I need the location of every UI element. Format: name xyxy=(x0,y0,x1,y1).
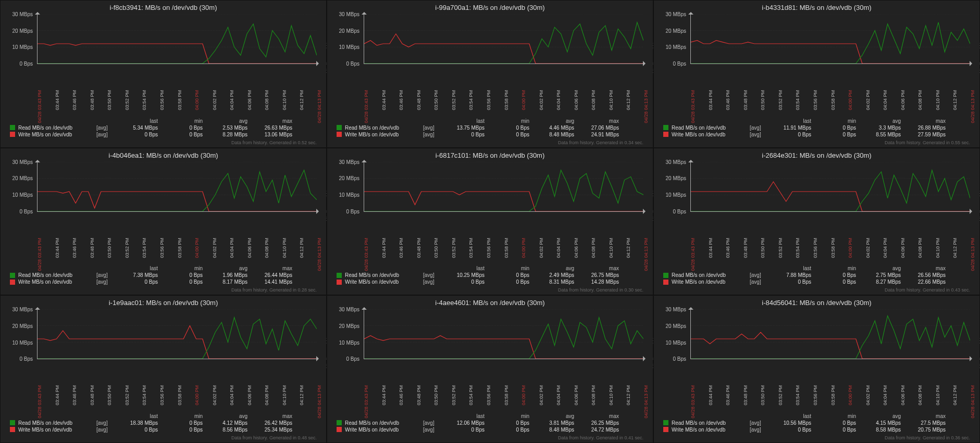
legend-col: max xyxy=(251,265,295,271)
y-tick: 20 MBps xyxy=(339,28,359,33)
chart-panel: i-4b046ea1: MB/s on /dev/vdb (30m)30 MBp… xyxy=(0,148,327,296)
x-tick: 04:10 PM xyxy=(609,238,614,258)
legend-swatch xyxy=(10,427,15,432)
x-axis: 04/28 03:43 PM03:44 PM03:46 PM03:48 PM03… xyxy=(37,65,317,95)
stat-last: 11.91 MBps xyxy=(770,124,814,131)
x-tick: 04:00 PM xyxy=(194,385,200,406)
legend-col: avg xyxy=(532,413,577,419)
x-tick: 03:46 PM xyxy=(725,90,730,110)
x-tick: 04:06 PM xyxy=(900,385,905,406)
x-tick: 04:10 PM xyxy=(935,90,940,110)
x-tick: 04:02 PM xyxy=(212,90,217,110)
stat-max: 14.41 MBps xyxy=(251,279,295,285)
y-tick: 0 Bps xyxy=(346,61,359,67)
stat-avg: 8.31 MBps xyxy=(532,279,577,285)
y-tick: 30 MBps xyxy=(13,11,33,17)
x-tick: 04:04 PM xyxy=(556,385,561,406)
legend-col: avg xyxy=(859,413,904,419)
legend: lastminavgmaxRead MB/s on /dev/vdb[avg]1… xyxy=(663,118,970,138)
x-tick: 04:10 PM xyxy=(609,90,614,110)
x-tick: 04:02 PM xyxy=(539,238,544,258)
stat-avg: 3.3 MBps xyxy=(859,124,904,131)
y-tick: 10 MBps xyxy=(13,339,33,345)
stat-max: 26.63 MBps xyxy=(251,124,295,131)
stat-max: 13.06 MBps xyxy=(251,131,295,138)
y-tick: 20 MBps xyxy=(13,28,33,33)
stat-last: 0 Bps xyxy=(770,426,814,433)
stat-min: 0 Bps xyxy=(488,124,532,131)
legend: lastminavgmaxRead MB/s on /dev/vdb[avg]1… xyxy=(337,118,643,138)
legend-col: min xyxy=(488,118,532,124)
stat-last: 18.38 MBps xyxy=(116,420,161,426)
series-agg: [avg] xyxy=(96,124,116,131)
legend-col: last xyxy=(770,413,814,419)
stat-max: 22.66 MBps xyxy=(904,279,949,285)
x-tick: 03:52 PM xyxy=(451,238,456,258)
stat-avg: 8.48 MBps xyxy=(532,426,577,433)
x-tick: 03:52 PM xyxy=(778,238,783,258)
legend-swatch xyxy=(337,280,342,285)
legend-col: min xyxy=(814,265,859,271)
legend: lastminavgmaxRead MB/s on /dev/vdb[avg]7… xyxy=(663,265,970,285)
y-axis: 30 MBps20 MBps10 MBps0 Bps xyxy=(327,162,362,211)
x-tick: 03:44 PM xyxy=(381,238,387,258)
stat-min: 0 Bps xyxy=(161,426,206,433)
x-tick: 03:54 PM xyxy=(795,238,800,258)
legend-row-read: Read MB/s on /dev/vdb[avg]12.06 MBps0 Bp… xyxy=(337,420,643,426)
legend-col: avg xyxy=(206,118,251,124)
x-tick: 04/28 04:13 PM xyxy=(317,385,322,419)
legend-col: max xyxy=(251,413,295,419)
legend-row-read: Read MB/s on /dev/vdb[avg]10.56 MBps0 Bp… xyxy=(663,420,970,426)
x-tick: 04:04 PM xyxy=(883,238,888,258)
legend-col: last xyxy=(116,413,161,419)
legend-swatch xyxy=(663,427,668,432)
plot-area xyxy=(364,14,643,64)
x-tick: 03:58 PM xyxy=(830,385,836,406)
legend-row-write: Write MB/s on /dev/vdb[avg]0 Bps0 Bps8.2… xyxy=(10,131,317,138)
x-tick: 04:02 PM xyxy=(539,385,544,406)
x-tick: 04/28 04:13 PM xyxy=(970,385,975,419)
stat-max: 27.06 MBps xyxy=(577,124,622,131)
x-tick: 03:56 PM xyxy=(159,238,165,258)
x-tick: 03:46 PM xyxy=(399,238,404,258)
stat-last: 0 Bps xyxy=(443,131,488,138)
legend-col: max xyxy=(904,265,949,271)
stat-last: 10.56 MBps xyxy=(770,420,814,426)
stat-avg: 2.49 MBps xyxy=(532,272,577,279)
x-axis: 04/28 03:43 PM03:44 PM03:46 PM03:48 PM03… xyxy=(364,65,643,95)
x-tick: 04:04 PM xyxy=(229,385,234,406)
x-tick: 04:04 PM xyxy=(883,385,888,406)
x-tick: 04/28 04:13 PM xyxy=(643,90,649,123)
chart-title: i-1e9aac01: MB/s on /dev/vdb (30m) xyxy=(1,299,326,307)
legend-row-write: Write MB/s on /dev/vdb[avg]0 Bps0 Bps8.2… xyxy=(663,279,970,285)
stat-max: 26.88 MBps xyxy=(904,124,949,131)
legend-col: min xyxy=(814,413,859,419)
x-tick: 04:02 PM xyxy=(865,385,871,406)
stat-max: 24.91 MBps xyxy=(577,131,622,138)
legend-swatch xyxy=(663,273,668,278)
y-tick: 0 Bps xyxy=(346,356,359,362)
legend-swatch xyxy=(663,132,668,137)
x-tick: 03:44 PM xyxy=(55,238,60,258)
x-tick: 03:48 PM xyxy=(743,238,748,258)
legend-row-read: Read MB/s on /dev/vdb[avg]13.75 MBps0 Bp… xyxy=(337,124,643,131)
stat-avg: 1.96 MBps xyxy=(206,272,251,279)
legend-swatch xyxy=(337,132,342,137)
series-name: Read MB/s on /dev/vdb xyxy=(345,272,423,279)
legend-row-write: Write MB/s on /dev/vdb[avg]0 Bps0 Bps8.1… xyxy=(10,279,317,285)
legend-row-write: Write MB/s on /dev/vdb[avg]0 Bps0 Bps8.5… xyxy=(663,131,970,138)
stat-max: 14.28 MBps xyxy=(577,279,622,285)
legend-col: min xyxy=(488,413,532,419)
legend-col: max xyxy=(904,118,949,124)
x-tick: 03:46 PM xyxy=(725,238,730,258)
chart-title: i-6817c101: MB/s on /dev/vdb (30m) xyxy=(327,151,653,159)
chart-title: i-4b046ea1: MB/s on /dev/vdb (30m) xyxy=(1,151,326,159)
chart-footer: Data from history. Generated in 0.28 sec… xyxy=(231,287,317,293)
legend-col: max xyxy=(904,413,949,419)
legend-header: lastminavgmax xyxy=(10,413,317,419)
y-axis: 30 MBps20 MBps10 MBps0 Bps xyxy=(654,14,688,64)
stat-avg: 8.55 MBps xyxy=(859,131,904,138)
stat-max: 26.75 MBps xyxy=(577,272,622,279)
stat-min: 0 Bps xyxy=(814,426,859,433)
x-tick: 03:58 PM xyxy=(504,90,509,110)
